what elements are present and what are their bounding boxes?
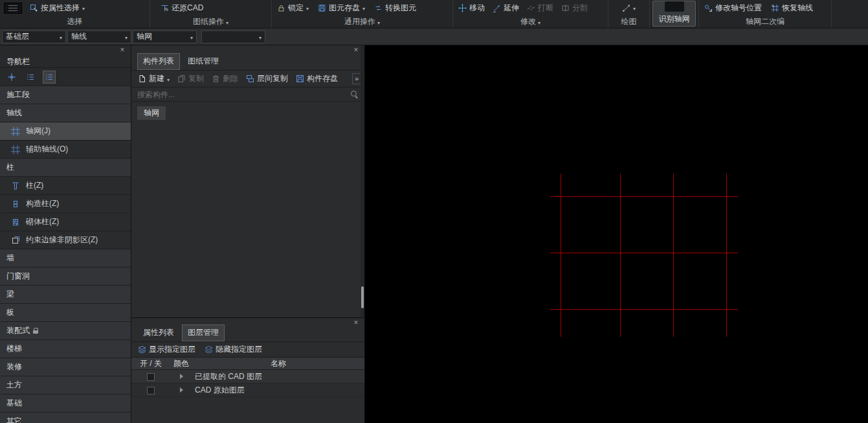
canvas-grid-layer bbox=[365, 45, 868, 423]
identify-grid-button[interactable]: 识别轴网 bbox=[652, 1, 696, 27]
show-layers-icon bbox=[138, 345, 146, 354]
sidebar-section-other[interactable]: 其它 bbox=[0, 413, 131, 423]
line-tool-button[interactable] bbox=[621, 3, 637, 13]
tab-property-list[interactable]: 属性列表 bbox=[137, 325, 180, 341]
delete-component-button[interactable]: 删除 bbox=[212, 73, 238, 84]
category-select[interactable]: 轴线 bbox=[67, 30, 131, 43]
expand-right-icon[interactable] bbox=[180, 374, 183, 379]
sidebar-section-column[interactable]: 柱 bbox=[0, 159, 131, 177]
chevron-down-icon bbox=[82, 4, 85, 12]
axis-grid-horizontal-line bbox=[550, 196, 738, 197]
ribbon-group-label-modify[interactable]: 修改 bbox=[453, 16, 608, 28]
element-name-select[interactable] bbox=[201, 30, 265, 43]
restore-axis-button[interactable]: 恢复轴线 bbox=[770, 2, 814, 14]
section-label: 墙 bbox=[6, 253, 14, 264]
navigator-sidebar: 导航栏 施工段 轴线 轴网(J) 辅助轴线(O) 柱 柱(Z) 构造柱(Z) 砌… bbox=[0, 45, 131, 423]
sidebar-item-auxiliary-axis[interactable]: 辅助轴线(O) bbox=[0, 141, 131, 159]
selection-tool-button[interactable] bbox=[4, 3, 22, 14]
move-button[interactable]: 移动 bbox=[457, 2, 486, 14]
tab-drawing-management[interactable]: 图纸管理 bbox=[182, 53, 225, 70]
group-label-text: 轴网二次编 bbox=[746, 16, 785, 27]
tab-component-list[interactable]: 构件列表 bbox=[137, 53, 180, 70]
modify-axis-number-position-button[interactable]: 修改轴号位置 bbox=[703, 2, 763, 14]
axis-grid-vertical-line bbox=[620, 174, 621, 337]
sidebar-section-prefabricated[interactable]: 装配式 bbox=[0, 322, 131, 340]
sidebar-section-foundation[interactable]: 基础 bbox=[0, 394, 131, 413]
sidebar-section-wall[interactable]: 墙 bbox=[0, 249, 131, 268]
sidebar-section-axis-line[interactable]: 轴线 bbox=[0, 104, 131, 122]
floor-select[interactable]: 基础层 bbox=[2, 30, 66, 43]
element-save-button[interactable]: 图元存盘 bbox=[317, 2, 366, 14]
restore-axis-label: 恢复轴线 bbox=[782, 3, 813, 14]
sidebar-section-door-window-opening[interactable]: 门窗洞 bbox=[0, 268, 131, 286]
sidebar-section-beam[interactable]: 梁 bbox=[0, 286, 131, 304]
component-list-item[interactable]: 轴网 bbox=[137, 106, 166, 120]
item-label: 构造柱(Z) bbox=[26, 198, 59, 209]
ribbon-group-label-drawing-ops[interactable]: 图纸操作 bbox=[150, 16, 271, 28]
chevron-down-icon bbox=[167, 75, 170, 83]
element-save-label: 图元存盘 bbox=[329, 3, 360, 14]
axis-grid-vertical-line bbox=[673, 174, 674, 337]
crosshair-tool-button[interactable] bbox=[5, 71, 18, 84]
ribbon-group-label-common-ops[interactable]: 通用操作 bbox=[272, 16, 452, 28]
close-icon[interactable] bbox=[352, 45, 360, 54]
layer-visibility-checkbox[interactable] bbox=[147, 387, 155, 394]
panel-view-button[interactable] bbox=[43, 71, 56, 84]
list-view-button[interactable] bbox=[24, 71, 37, 84]
copy-icon bbox=[177, 74, 186, 83]
new-component-button[interactable]: 新建 bbox=[138, 73, 170, 84]
more-tools-button[interactable] bbox=[352, 73, 361, 84]
sidebar-section-stairs[interactable]: 楼梯 bbox=[0, 340, 131, 358]
selection-tool-icon bbox=[8, 5, 17, 11]
expand-right-icon[interactable] bbox=[180, 387, 183, 393]
sidebar-section-construction-stage[interactable]: 施工段 bbox=[0, 86, 131, 104]
element-type-select[interactable]: 轴网 bbox=[133, 30, 197, 43]
close-icon[interactable] bbox=[118, 45, 126, 54]
component-save-button[interactable]: 构件存盘 bbox=[296, 73, 338, 84]
section-label: 门窗洞 bbox=[6, 271, 30, 282]
layer-row-extracted-cad[interactable]: 已提取的 CAD 图层 bbox=[131, 370, 364, 383]
select-by-attribute-button[interactable]: 按属性选择 bbox=[28, 2, 86, 14]
split-button[interactable]: 分割 bbox=[560, 2, 589, 14]
hide-specified-layers-button[interactable]: 隐藏指定图层 bbox=[205, 344, 262, 355]
lock-button[interactable]: 锁定 bbox=[276, 2, 310, 14]
scrollbar-thumb[interactable] bbox=[361, 286, 364, 308]
group-label-text: 通用操作 bbox=[344, 16, 375, 27]
section-label: 其它 bbox=[6, 416, 22, 423]
break-button[interactable]: 打断 bbox=[526, 2, 555, 14]
chevron-down-icon bbox=[226, 18, 228, 26]
sidebar-item-column[interactable]: 柱(Z) bbox=[0, 177, 131, 195]
close-icon[interactable] bbox=[352, 318, 360, 327]
interlayer-copy-button[interactable]: 层间复制 bbox=[246, 73, 288, 84]
extend-button[interactable]: 延伸 bbox=[491, 2, 520, 14]
search-input[interactable] bbox=[137, 90, 350, 99]
layer-row-original-cad[interactable]: CAD 原始图层 bbox=[131, 383, 364, 397]
sidebar-section-decoration[interactable]: 装修 bbox=[0, 358, 131, 376]
section-label: 轴线 bbox=[6, 108, 22, 119]
sidebar-section-earthwork[interactable]: 土方 bbox=[0, 376, 131, 394]
sidebar-item-grid[interactable]: 轴网(J) bbox=[0, 122, 131, 141]
layer-panel-tabs: 属性列表 图层管理 bbox=[131, 326, 364, 342]
chevron-down-icon bbox=[60, 33, 62, 41]
layer-visibility-checkbox[interactable] bbox=[147, 373, 155, 381]
tab-layer-management[interactable]: 图层管理 bbox=[182, 325, 225, 341]
sidebar-item-masonry-column[interactable]: 砌体柱(Z) bbox=[0, 213, 131, 231]
sidebar-item-constraint-edge-non-shadow[interactable]: 约束边缘非阴影区(Z) bbox=[0, 231, 131, 249]
chevron-down-icon bbox=[633, 4, 636, 12]
show-specified-layers-button[interactable]: 显示指定图层 bbox=[138, 344, 195, 355]
copy-component-button[interactable]: 复制 bbox=[177, 73, 204, 84]
column-header-name: 名称 bbox=[192, 358, 364, 369]
sidebar-section-slab[interactable]: 板 bbox=[0, 304, 131, 322]
chevron-down-icon bbox=[362, 4, 365, 12]
constraint-edge-icon bbox=[11, 236, 20, 245]
sidebar-item-structural-column[interactable]: 构造柱(Z) bbox=[0, 195, 131, 213]
component-panel-tabs: 构件列表 图纸管理 bbox=[131, 55, 364, 71]
component-panel-scrollbar[interactable] bbox=[361, 45, 364, 317]
line-tool-icon bbox=[622, 4, 630, 12]
convert-element-button[interactable]: 转换图元 bbox=[373, 2, 417, 14]
component-save-icon bbox=[296, 74, 304, 83]
new-component-label: 新建 bbox=[149, 73, 164, 84]
modify-axis-number-position-label: 修改轴号位置 bbox=[715, 3, 762, 14]
drawing-canvas[interactable] bbox=[365, 45, 868, 423]
restore-cad-button[interactable]: 还原CAD bbox=[159, 2, 205, 14]
